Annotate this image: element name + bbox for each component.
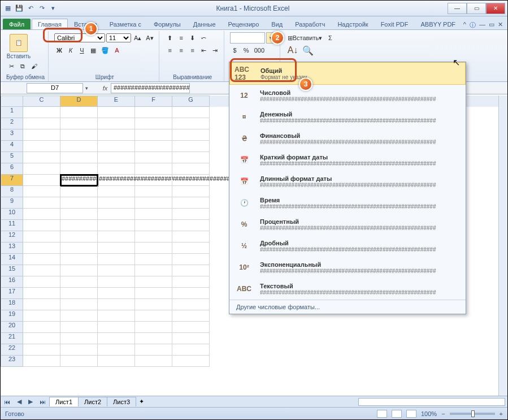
row-header[interactable]: 10 [1, 209, 23, 220]
zoom-level[interactable]: 100% [421, 410, 437, 417]
grow-font-icon[interactable]: A▴ [132, 32, 143, 44]
cell[interactable] [60, 288, 98, 299]
cell[interactable] [172, 118, 210, 129]
cut-icon[interactable]: ✂ [6, 60, 16, 72]
name-box[interactable]: D7 [27, 83, 83, 93]
cell[interactable] [60, 310, 98, 322]
row-header[interactable]: 6 [1, 163, 23, 175]
number-format-option[interactable]: 12Числовой##############################… [229, 85, 466, 106]
cell[interactable] [23, 310, 60, 322]
align-middle-icon[interactable]: ≡ [176, 32, 186, 44]
cell[interactable] [98, 107, 135, 118]
cell[interactable] [172, 231, 210, 243]
row-header[interactable]: 20 [1, 322, 23, 333]
cell[interactable] [23, 152, 60, 163]
column-header[interactable]: F [135, 96, 172, 107]
cell[interactable] [98, 152, 135, 163]
orientation-icon[interactable]: ⤺ [199, 32, 209, 44]
cell[interactable] [172, 186, 210, 197]
currency-icon[interactable]: $ [230, 45, 240, 56]
cell[interactable] [23, 265, 60, 276]
row-header[interactable]: 12 [1, 231, 23, 243]
row-header[interactable]: 13 [1, 243, 23, 254]
indent-dec-icon[interactable]: ⇤ [199, 45, 209, 56]
number-format-option[interactable]: ½Дробный################################… [229, 235, 466, 257]
cell[interactable] [135, 220, 172, 231]
cell[interactable] [135, 186, 172, 197]
cell[interactable] [60, 141, 98, 152]
row-header[interactable]: 8 [1, 186, 23, 197]
cell[interactable] [135, 209, 172, 220]
cell[interactable] [98, 344, 135, 356]
cell[interactable] [172, 344, 210, 356]
cell[interactable] [98, 163, 135, 175]
cell[interactable] [135, 276, 172, 288]
cell[interactable] [172, 243, 210, 254]
minimize-ribbon-icon[interactable]: ^ [463, 21, 466, 29]
cell[interactable] [172, 356, 210, 367]
percent-icon[interactable]: % [241, 45, 251, 56]
cell[interactable] [172, 129, 210, 141]
minimize-button[interactable]: — [448, 3, 467, 14]
tab-Разработч[interactable]: Разработч [289, 19, 331, 29]
row-header[interactable]: 9 [1, 197, 23, 209]
cell[interactable] [60, 344, 98, 356]
sheet-nav-first-icon[interactable]: ⏮ [1, 399, 14, 405]
cell[interactable] [60, 254, 98, 265]
mdi-restore-icon[interactable]: ▭ [489, 21, 494, 29]
sheet-nav-last-icon[interactable]: ⏭ [36, 399, 49, 405]
cell[interactable] [23, 254, 60, 265]
more-number-formats[interactable]: Другие числовые форматы... [229, 300, 466, 314]
align-right-icon[interactable]: ≡ [188, 45, 198, 56]
number-format-option[interactable]: %Процентный#############################… [229, 214, 466, 235]
cell[interactable] [98, 186, 135, 197]
number-format-option[interactable]: ABCТекстовый############################… [229, 278, 466, 300]
cell[interactable] [135, 107, 172, 118]
cell[interactable] [135, 344, 172, 356]
cell[interactable] [135, 118, 172, 129]
row-header[interactable]: 15 [1, 265, 23, 276]
cell[interactable] [172, 310, 210, 322]
qat-more-icon[interactable]: ▾ [48, 3, 58, 14]
cell[interactable] [23, 231, 60, 243]
find-icon[interactable]: 🔍 [301, 45, 315, 56]
cell[interactable] [98, 288, 135, 299]
cell[interactable] [98, 254, 135, 265]
cell[interactable] [60, 152, 98, 163]
column-header[interactable]: D [60, 96, 98, 107]
cell[interactable] [172, 288, 210, 299]
tab-file[interactable]: Файл [3, 19, 31, 29]
zoom-slider[interactable] [450, 413, 495, 415]
cell[interactable] [60, 220, 98, 231]
tab-Формулы[interactable]: Формулы [147, 19, 187, 29]
cell[interactable] [23, 209, 60, 220]
cell[interactable] [98, 356, 135, 367]
cell[interactable] [135, 163, 172, 175]
sheet-tab[interactable]: Лист1 [49, 397, 79, 406]
tab-Foxit PDF[interactable]: Foxit PDF [375, 19, 415, 29]
cell[interactable] [60, 186, 98, 197]
cell[interactable] [23, 163, 60, 175]
cell[interactable] [60, 265, 98, 276]
close-button[interactable]: ✕ [486, 3, 505, 14]
cell[interactable] [60, 356, 98, 367]
new-sheet-icon[interactable]: ✦ [136, 398, 147, 405]
cell[interactable] [98, 310, 135, 322]
cell[interactable] [135, 197, 172, 209]
cell[interactable] [23, 197, 60, 209]
cell[interactable] [60, 243, 98, 254]
shrink-font-icon[interactable]: A▾ [144, 32, 155, 44]
cell[interactable] [23, 356, 60, 367]
number-format-option[interactable]: ₴Финансовый#############################… [229, 128, 466, 149]
cell[interactable] [23, 107, 60, 118]
cell[interactable] [60, 163, 98, 175]
mdi-minimize-icon[interactable]: — [479, 21, 485, 29]
sheet-tab[interactable]: Лист3 [107, 397, 136, 406]
autosum-icon[interactable]: Σ [325, 32, 335, 44]
row-header[interactable]: 11 [1, 220, 23, 231]
sheet-tab[interactable]: Лист2 [78, 397, 107, 406]
tab-Разметка с[interactable]: Разметка с [103, 19, 147, 29]
cell[interactable] [60, 107, 98, 118]
tab-Вид[interactable]: Вид [265, 19, 289, 29]
number-format-option[interactable]: 📅Краткий формат даты####################… [229, 149, 466, 171]
